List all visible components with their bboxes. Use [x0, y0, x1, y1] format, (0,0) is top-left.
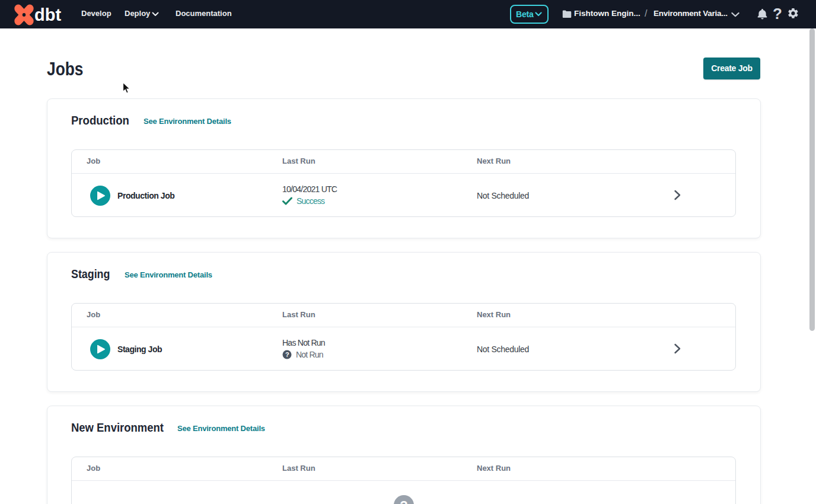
svg-text:?: ? [400, 498, 407, 504]
